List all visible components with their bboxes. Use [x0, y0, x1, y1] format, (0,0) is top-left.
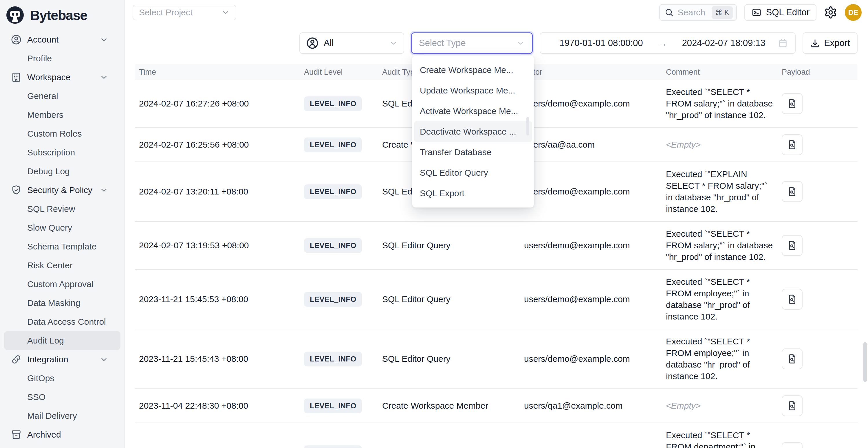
payload-cell [778, 283, 858, 316]
sidebar-item-profile[interactable]: Profile [0, 49, 124, 68]
sidebar-nav: Account Profile Workspace General Member… [0, 28, 124, 444]
sidebar-item-archived[interactable]: Archived [0, 425, 124, 444]
time-cell: 2024-02-07 16:27:26 +08:00 [135, 92, 300, 115]
search-input[interactable]: Search ⌘ K [659, 4, 737, 21]
dropdown-option-deactivate-workspace-member[interactable]: Deactivate Workspace ... [414, 121, 532, 142]
col-header-comment: Comment [662, 68, 778, 77]
sidebar-group-workspace[interactable]: Workspace [0, 68, 124, 87]
payload-view-button[interactable] [782, 93, 803, 114]
sidebar-group-account[interactable]: Account [0, 30, 124, 49]
dropdown-option-sql-editor-query[interactable]: SQL Editor Query [414, 162, 532, 183]
level-badge: LEVEL_INFO [304, 352, 362, 366]
type-cell: SQL Editor Query [378, 234, 520, 257]
file-search-icon [787, 186, 798, 197]
dropdown-option-sql-export[interactable]: SQL Export [414, 183, 532, 203]
file-search-icon [787, 139, 798, 150]
chevron-down-icon [389, 39, 398, 47]
col-header-payload: Payload [778, 68, 858, 77]
comment-cell: Executed `"SELECT * FROM department;"` i… [662, 423, 778, 448]
topbar: Select Project Search ⌘ K SQL [125, 0, 868, 22]
payload-view-button[interactable] [782, 181, 803, 202]
payload-cell [778, 229, 858, 262]
calendar-icon [778, 38, 788, 48]
sidebar-item-data-masking[interactable]: Data Masking [0, 293, 124, 312]
comment-cell: Executed `"SELECT * FROM salary;"` in da… [662, 80, 778, 127]
brand-logo[interactable]: Bytebase [0, 0, 124, 28]
export-button[interactable]: Export [803, 32, 858, 54]
chevron-down-icon [100, 355, 108, 364]
payload-view-button[interactable] [782, 348, 803, 369]
payload-view-button[interactable] [782, 442, 803, 448]
sidebar-item-sso[interactable]: SSO [0, 387, 124, 406]
brand-name: Bytebase [30, 7, 87, 23]
file-search-icon [787, 294, 798, 305]
building-icon [10, 71, 22, 83]
comment-cell: Executed `"SELECT * FROM employee;"` in … [662, 329, 778, 388]
type-cell: SQL Editor Query [378, 441, 520, 448]
sidebar-item-audit-log[interactable]: Audit Log [4, 331, 120, 350]
payload-view-button[interactable] [782, 289, 803, 310]
arrow-right-icon: → [655, 38, 670, 49]
type-cell: SQL Editor Query [378, 288, 520, 311]
sidebar-item-debug-log[interactable]: Debug Log [0, 162, 124, 181]
sidebar-item-general[interactable]: General [0, 87, 124, 105]
dropdown-option-update-workspace-member[interactable]: Update Workspace Me... [414, 80, 532, 101]
date-from-value[interactable]: 1970-01-01 08:00:00 [547, 38, 655, 48]
sql-editor-button[interactable]: SQL Editor [744, 4, 816, 21]
type-filter-select[interactable]: Select Type [411, 32, 533, 54]
payload-view-button[interactable] [782, 395, 803, 416]
sidebar-group-security-policy[interactable]: Security & Policy [0, 181, 124, 199]
actor-cell: users/demo@example.com [520, 441, 662, 448]
user-circle-icon [10, 34, 22, 45]
level-badge: LEVEL_INFO [304, 292, 362, 307]
level-badge: LEVEL_INFO [304, 445, 362, 448]
col-header-audit-level: Audit Level [300, 68, 378, 77]
link-icon [10, 354, 22, 365]
sidebar-item-custom-roles[interactable]: Custom Roles [0, 124, 124, 143]
project-select-placeholder: Select Project [139, 7, 192, 18]
actor-filter-select[interactable]: All [299, 32, 404, 54]
comment-cell: Executed `"EXPLAIN SELECT * FROM salary;… [662, 162, 778, 221]
payload-view-button[interactable] [782, 134, 803, 155]
sidebar-item-data-access-control[interactable]: Data Access Control [0, 312, 124, 331]
avatar[interactable]: DE [845, 4, 862, 21]
comment-cell: <Empty> [662, 393, 778, 418]
payload-cell [778, 128, 858, 161]
sidebar-item-schema-template[interactable]: Schema Template [0, 237, 124, 256]
sidebar: Bytebase Account Profile Workspace [0, 0, 125, 448]
sidebar-item-risk-center[interactable]: Risk Center [0, 256, 124, 275]
filter-bar: All Select Type 1970-01-01 08:00:00 → 20… [125, 22, 868, 54]
sidebar-item-slow-query[interactable]: Slow Query [0, 218, 124, 237]
sidebar-item-custom-approval[interactable]: Custom Approval [0, 275, 124, 293]
time-cell: 2024-02-07 13:19:53 +08:00 [135, 234, 300, 257]
comment-cell: Executed `"SELECT * FROM employee;"` in … [662, 270, 778, 329]
sidebar-item-mail-delivery[interactable]: Mail Delivery [0, 406, 124, 425]
actor-cell: users/demo@example.com [520, 288, 662, 311]
actor-cell: users/demo@example.com [520, 234, 662, 257]
sidebar-group-label: Account [0, 35, 59, 44]
dropdown-option-activate-workspace-member[interactable]: Activate Workspace Me... [414, 101, 532, 121]
page-scrollbar[interactable] [863, 342, 867, 382]
project-select[interactable]: Select Project [133, 5, 236, 20]
table-row: 2023-11-21 15:45:53 +08:00 LEVEL_INFO SQ… [135, 270, 858, 329]
date-range-picker[interactable]: 1970-01-01 08:00:00 → 2024-02-07 18:09:1… [540, 32, 796, 54]
dropdown-option-transfer-database[interactable]: Transfer Database [414, 142, 532, 162]
table-row: 2023-11-04 01:06:34 +08:00 LEVEL_INFO SQ… [135, 423, 858, 448]
sidebar-item-sql-review[interactable]: SQL Review [0, 199, 124, 218]
search-shortcut-badge: ⌘ K [712, 6, 733, 19]
gear-icon[interactable] [824, 6, 837, 19]
download-icon [810, 38, 820, 48]
search-icon [664, 8, 674, 17]
sidebar-item-members[interactable]: Members [0, 105, 124, 124]
sidebar-item-subscription[interactable]: Subscription [0, 143, 124, 162]
dropdown-scrollbar[interactable] [526, 117, 529, 135]
dropdown-option-create-workspace-member[interactable]: Create Workspace Me... [414, 60, 532, 80]
sidebar-item-gitops[interactable]: GitOps [0, 369, 124, 387]
comment-cell: <Empty> [662, 133, 778, 157]
payload-view-button[interactable] [782, 235, 803, 256]
sidebar-group-integration[interactable]: Integration [0, 350, 124, 369]
main-area: Select Project Search ⌘ K SQL [125, 0, 868, 448]
actor-cell: users/demo@example.com [520, 180, 662, 203]
date-to-value[interactable]: 2024-02-07 18:09:13 [670, 38, 778, 48]
actor-cell: users/demo@example.com [520, 92, 662, 115]
